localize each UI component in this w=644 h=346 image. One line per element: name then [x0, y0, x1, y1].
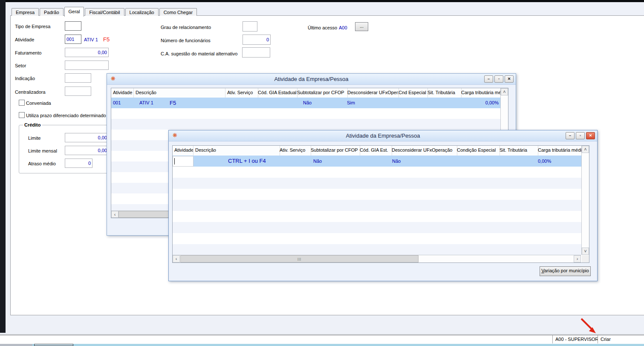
- limite-mensal-label: Limite mensal: [28, 148, 57, 153]
- column-header-desconsiderar[interactable]: Desconsiderar UFxOper.: [346, 88, 399, 98]
- indicacao-input[interactable]: [65, 73, 91, 83]
- column-header-cnd-especial[interactable]: Cnd Especial: [397, 88, 428, 98]
- scroll-left-icon[interactable]: ‹: [111, 211, 118, 218]
- column-header-descricao[interactable]: Descrição: [193, 146, 280, 156]
- scroll-up-icon[interactable]: ˄: [582, 146, 589, 153]
- table-row[interactable]: [111, 108, 501, 119]
- table-row[interactable]: [173, 200, 582, 211]
- atividade-input[interactable]: 001: [65, 35, 81, 44]
- ultimo-acesso-value: A00: [339, 25, 347, 30]
- dialog2-titlebar[interactable]: Atividade da Empresa/Pessoa: [169, 130, 597, 141]
- ultimo-acesso-label: Último acesso: [308, 25, 337, 30]
- column-header-descricao[interactable]: Descrição: [134, 88, 225, 98]
- table-row[interactable]: [173, 167, 582, 178]
- maximize-button[interactable]: ▫: [494, 75, 503, 83]
- scrollbar-thumb[interactable]: |||: [180, 255, 419, 262]
- dialog2-window-controls: – ▫ ✕: [566, 132, 595, 139]
- table-row[interactable]: [173, 244, 582, 255]
- table-row[interactable]: [173, 211, 582, 222]
- maximize-button[interactable]: ▫: [576, 132, 585, 139]
- table-row[interactable]: [111, 119, 501, 130]
- utiliza-prazo-checkbox[interactable]: [19, 112, 25, 118]
- close-button[interactable]: ✕: [505, 75, 514, 83]
- limite-mensal-input[interactable]: 0,00: [65, 146, 109, 155]
- column-header-condicao-especial[interactable]: Condição Especial: [455, 146, 500, 156]
- indicacao-label: Indicação: [15, 76, 35, 81]
- tab-geral[interactable]: Geral: [64, 7, 84, 17]
- atividade-label: Atividade: [15, 37, 34, 42]
- setor-input[interactable]: [65, 61, 109, 70]
- scroll-up-icon[interactable]: ˄: [501, 88, 508, 95]
- minimize-button[interactable]: –: [566, 132, 575, 139]
- limite-label: Limite: [28, 136, 40, 141]
- column-header-subtotalizar[interactable]: Subtotalizar por CFOP: [295, 88, 348, 98]
- atividade-edit-cell[interactable]: [173, 156, 193, 167]
- dialog2-vertical-scrollbar[interactable]: ˄ ˅: [581, 146, 589, 255]
- scroll-down-icon[interactable]: ˅: [582, 248, 589, 255]
- minimize-button[interactable]: –: [484, 75, 493, 83]
- column-header-desconsiderar[interactable]: Desconsiderar UFxOperação: [390, 146, 457, 156]
- tab-padrao[interactable]: Padrão: [40, 8, 63, 16]
- column-header-subtotalizar[interactable]: Subtotalizar por CFOP: [309, 146, 360, 156]
- cell-atividade: 001: [113, 98, 121, 108]
- scroll-left-icon[interactable]: ‹: [173, 255, 180, 262]
- faturamento-input[interactable]: 0,00: [65, 48, 109, 57]
- table-row[interactable]: [173, 233, 582, 244]
- atraso-medio-label: Atraso médio: [28, 161, 56, 166]
- column-header-cod-gia[interactable]: Cód. GIA Estadual: [256, 88, 297, 98]
- tab-fiscal-contabil[interactable]: Fiscal/Contábil: [85, 8, 124, 16]
- table-row[interactable]: [173, 189, 582, 200]
- cell-descricao: ATIV 1: [139, 98, 153, 108]
- ca-sugestao-input[interactable]: [242, 47, 270, 58]
- tipo-empresa-label: Tipo de Empresa: [15, 24, 50, 29]
- conveniada-checkbox[interactable]: [19, 100, 25, 106]
- close-button[interactable]: ✕: [586, 132, 595, 139]
- table-row-selected[interactable]: 001 ATIV 1 F5 Não Sim 0,00%: [111, 98, 501, 108]
- tab-localizacao[interactable]: Localização: [125, 8, 159, 16]
- shortcut-annotation-f5: F5: [170, 98, 176, 108]
- numero-funcionarios-input[interactable]: 0: [243, 35, 271, 45]
- scroll-right-icon[interactable]: ›: [574, 255, 581, 262]
- scrollbar-corner: [582, 255, 589, 262]
- column-header-sit-tributaria[interactable]: Sit. Tributária: [498, 146, 538, 156]
- taskbar-strip: [0, 344, 644, 346]
- app-icon: ❋: [172, 132, 178, 138]
- top-black-bar: [0, 0, 644, 2]
- faturamento-label: Faturamento: [15, 50, 41, 55]
- column-header-cod-gia[interactable]: Cód. GIA Est.: [358, 146, 392, 156]
- centralizadora-input[interactable]: [65, 86, 91, 96]
- cell-subtotalizar: Não: [313, 156, 322, 167]
- column-header-atividade[interactable]: Atividade: [111, 88, 134, 98]
- column-header-sit-tributaria[interactable]: Sit. Tributária: [426, 88, 462, 98]
- cell-desconsiderar: Não: [392, 156, 401, 167]
- conveniada-checkbox-label: Conveniada: [26, 101, 51, 106]
- table-row-selected[interactable]: CTRL + I ou F4 Não Não 0,00%: [173, 156, 582, 167]
- dialog1-titlebar[interactable]: Atividade da Empresa/Pessoa: [107, 74, 516, 85]
- ultimo-acesso-browse-button[interactable]: ...: [355, 22, 368, 31]
- taskbar-segment: [34, 344, 73, 346]
- cell-desconsiderar: Sim: [347, 98, 355, 108]
- column-header-atividade[interactable]: Atividade: [173, 146, 193, 156]
- table-row[interactable]: [173, 222, 582, 233]
- grau-relacionamento-input[interactable]: [243, 21, 257, 32]
- tab-empresa[interactable]: Empresa: [12, 8, 39, 16]
- utiliza-prazo-checkbox-label: Utiliza prazo diferenciado determinado p: [26, 113, 110, 118]
- credito-group-title: Crédito: [23, 122, 42, 127]
- dialog2-horizontal-scrollbar[interactable]: ‹ ||| ›: [173, 255, 581, 262]
- column-header-carga-tributaria[interactable]: Carga tributária média: [536, 146, 583, 156]
- grau-relacionamento-label: Grau de relacionamento: [161, 25, 211, 30]
- dialog2-grid-body: CTRL + I ou F4 Não Não 0,00%: [173, 156, 582, 255]
- tipo-empresa-input[interactable]: [65, 21, 81, 31]
- atraso-medio-input[interactable]: 0: [65, 159, 92, 168]
- column-header-ativ-servico[interactable]: Ativ. Serviço: [225, 88, 258, 98]
- column-header-carga-tributaria[interactable]: Carga tributária média: [459, 88, 502, 98]
- tab-como-chegar[interactable]: Como Chegar: [159, 8, 197, 16]
- variacao-por-municipio-button[interactable]: Variação por município: [540, 266, 591, 276]
- table-row[interactable]: [173, 178, 582, 189]
- dialog2-grid: Atividade Descrição Ativ. Serviço Subtot…: [172, 145, 589, 263]
- limite-input[interactable]: 0,00: [65, 133, 109, 142]
- app-window: Empresa Padrão Geral Fiscal/Contábil Loc…: [0, 0, 644, 346]
- column-header-ativ-servico[interactable]: Ativ. Serviço: [278, 146, 311, 156]
- atividade-shortcut-annotation: F5: [103, 36, 110, 43]
- ca-sugestao-label: C.A. sugestão do material alternativo: [161, 51, 237, 56]
